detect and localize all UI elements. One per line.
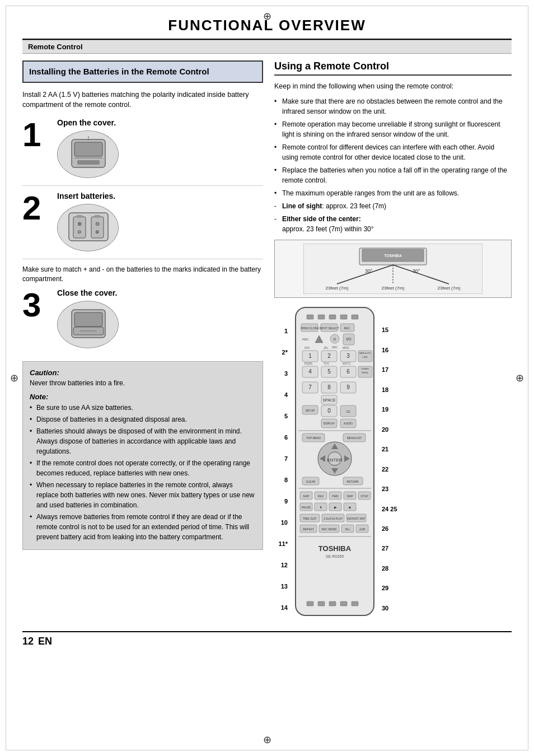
note-item: When necessary to replace batteries in t… [30,480,256,510]
svg-text:SPACE: SPACE [322,398,336,402]
svg-text:TOP MENU: TOP MENU [306,436,321,440]
svg-text:7: 7 [308,384,312,390]
svg-text:SKIP: SKIP [346,494,353,498]
svg-text:SKIP: SKIP [303,494,310,498]
svg-rect-18 [74,312,102,326]
either-side-label: Either side of the center: [282,215,361,223]
page-language: EN [38,636,52,647]
right-column: Using a Remote Control Keep in mind the … [274,60,512,620]
label-27: 27 [382,545,399,552]
reg-mark-bottom: ⊕ [263,734,271,746]
svg-rect-36 [329,315,336,319]
svg-rect-8 [73,217,86,238]
step-1-content: Open the cover. [57,118,263,180]
label-1: 1 [274,328,288,334]
label-9: 9 [274,498,288,505]
svg-text:⊕: ⊕ [95,229,100,235]
label-24-25: 24 25 [382,506,399,512]
note-item: Always remove batteries from remote cont… [30,512,256,542]
label-22: 22 [382,466,399,473]
step-2: 2 Insert batteries. ⊕ ⊖ [22,192,263,259]
svg-rect-4 [77,160,100,165]
svg-text:STOP: STOP [360,494,368,498]
note-item: Dispose of batteries in a designated dis… [30,414,256,424]
install-box: Installing the Batteries in the Remote C… [22,60,263,83]
range-diagram: TOSHIBA 30° 30° 23feet (7m) 23feet (7m) … [274,240,512,298]
svg-text:30°: 30° [413,268,420,274]
svg-text:SETUP: SETUP [306,409,315,412]
label-17: 17 [382,366,399,373]
svg-text:⏸: ⏸ [319,506,322,509]
svg-text:⊖: ⊖ [95,221,100,227]
step-2-number: 2 [22,192,50,225]
svg-text:TUNER: TUNER [361,367,369,370]
svg-rect-13 [95,215,100,218]
step-1-number: 1 [22,118,50,152]
step-3: 3 Close the cover. [22,288,263,356]
note-title: Note: [30,391,256,403]
using-bullet: Make sure that there are no obstacles be… [274,96,512,116]
notes-list: Be sure to use AA size batteries. Dispos… [30,403,256,542]
label-7: 7 [274,455,288,462]
svg-text:LINK: LINK [363,356,368,358]
svg-text:WXYZ: WXYZ [343,362,350,365]
label-30: 30 [382,605,399,612]
remote-labels-right: 15 16 17 18 19 20 21 22 23 24 25 26 27 2… [380,305,399,618]
svg-text:23feet (7m): 23feet (7m) [326,286,349,291]
svg-text:ABC: ABC [302,338,310,341]
svg-text:REC: REC [344,326,350,330]
svg-text:2: 2 [327,353,331,359]
step-2-content: Insert batteries. ⊕ ⊖ [57,192,263,253]
remote-labels-left: 1 2* 3 4 5 6 7 8 9 10 11* 12 13 14 [274,305,290,618]
install-title: Installing the Batteries in the Remote C… [29,66,256,77]
svg-text:TIME SLIP: TIME SLIP [303,517,317,520]
caution-text: Never throw batteries into a fire. [30,378,256,388]
svg-text:SE-R0265: SE-R0265 [326,554,344,558]
using-bullet: The maximum operable ranges from the uni… [274,188,512,198]
install-intro: Install 2 AA (1.5 V) batteries matching … [22,90,263,111]
label-20: 20 [382,426,399,433]
note-item: If the remote control does not operate c… [30,458,256,478]
caution-title: Caution: [30,367,256,379]
using-intro: Keep in mind the following when using th… [274,81,512,92]
label-11: 11* [274,540,288,547]
step-1-label: Open the cover. [57,118,263,127]
step-1-image [57,130,119,178]
step-2-label: Insert batteries. [57,192,263,200]
label-29: 29 [382,585,399,591]
svg-text:REPEAT: REPEAT [303,528,314,531]
caution-box: Caution: Never throw batteries into a fi… [22,361,263,550]
line-of-sight-label: Line of sight [282,202,322,210]
page-number: 12 [22,636,34,647]
svg-text:0: 0 [327,408,331,414]
svg-rect-150 [352,601,358,606]
svg-text:JKL: JKL [324,346,329,349]
label-26: 26 [382,525,399,532]
svg-text:8: 8 [327,384,331,390]
svg-rect-149 [340,601,347,606]
reg-mark-right: ⊕ [516,372,524,384]
label-2: 2* [274,349,288,356]
using-bullet: Remote operation may become unreliable i… [274,119,512,139]
label-12: 12 [274,562,288,568]
label-5: 5 [274,413,288,419]
page-footer: 12 EN [22,631,512,647]
step-note: Make sure to match + and - on the batter… [22,265,263,284]
reg-mark-left: ⊕ [10,372,18,384]
svg-rect-146 [307,601,313,606]
svg-text:PQRS: PQRS [305,362,313,365]
svg-text:JJJR: JJJR [359,528,366,531]
label-8: 8 [274,477,288,483]
svg-text:⊕: ⊕ [77,221,82,227]
svg-text:SATELLITE: SATELLITE [359,352,371,354]
svg-rect-37 [340,315,347,319]
svg-text:REC MODE: REC MODE [322,528,338,531]
label-28: 28 [382,565,399,572]
label-19: 19 [382,406,399,413]
step-3-label: Close the cover. [57,288,263,297]
step-3-image [57,301,119,348]
svg-text:▶: ▶ [334,506,337,509]
remote-body: OPEN CLOSE INPUT SELECT REC ⊙ I/O ABC AB… [290,305,380,620]
svg-text:9: 9 [346,384,350,390]
remote-wrapper: 1 2* 3 4 5 6 7 8 9 10 11* 12 13 14 [274,305,512,620]
